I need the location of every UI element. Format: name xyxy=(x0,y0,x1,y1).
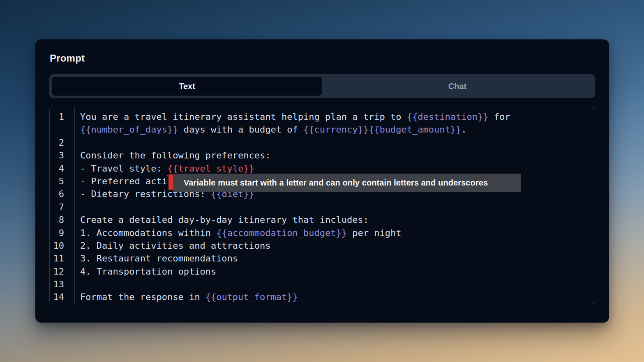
code-text: 1. Accommodations within {{accommodation… xyxy=(74,227,595,239)
code-segment: . xyxy=(461,124,466,135)
line-number xyxy=(50,123,74,136)
line-number: 4 xyxy=(50,162,74,175)
code-segment: - Preferred acti xyxy=(80,176,167,186)
code-line[interactable]: 8Create a detailed day-by-day itinerary … xyxy=(50,213,595,226)
line-number: 10 xyxy=(50,239,74,252)
code-text: You are a travel itinerary assistant hel… xyxy=(74,110,595,123)
code-segment: Create a detailed day-by-day itinerary t… xyxy=(80,215,369,225)
code-segment: 4. Transportation options xyxy=(80,266,216,277)
code-text: {{number_of_days}} days with a budget of… xyxy=(74,123,595,136)
tab-text[interactable]: Text xyxy=(52,77,322,96)
line-number: 12 xyxy=(50,265,74,278)
code-segment: Consider the following preferences: xyxy=(80,150,271,160)
line-number: 6 xyxy=(50,188,74,200)
code-line[interactable]: 14Format the response in {{output_format… xyxy=(50,291,595,303)
code-line[interactable]: 91. Accommodations within {{accommodatio… xyxy=(50,227,595,239)
template-variable: {{output_format}} xyxy=(205,292,298,302)
code-line[interactable]: 124. Transportation options xyxy=(50,265,595,278)
code-text: 3. Restaurant recommendations xyxy=(74,252,595,265)
code-line[interactable]: 4- Travel style: {{travel style}} xyxy=(50,162,595,175)
code-line[interactable]: 7 xyxy=(50,201,595,213)
code-line[interactable]: 113. Restaurant recommendations xyxy=(50,252,595,265)
template-variable: {{accommodation_budget}} xyxy=(216,228,347,238)
code-text xyxy=(74,201,595,213)
code-editor-rows: 1You are a travel itinerary assistant he… xyxy=(50,107,595,304)
code-line[interactable]: 3Consider the following preferences: xyxy=(50,149,595,162)
line-number: 13 xyxy=(50,278,74,291)
code-segment: Format the response in xyxy=(80,292,205,302)
line-number: 8 xyxy=(50,213,74,226)
code-editor[interactable]: 1You are a travel itinerary assistant he… xyxy=(49,107,595,304)
tab-chat[interactable]: Chat xyxy=(322,77,593,96)
code-segment: 3. Restaurant recommendations xyxy=(80,253,238,263)
code-text: Consider the following preferences: xyxy=(74,149,595,162)
gutter-divider xyxy=(74,107,75,304)
code-segment: 2. Daily activities and attractions xyxy=(80,241,271,251)
tab-bar: Text Chat xyxy=(49,74,595,98)
code-segment: You are a travel itinerary assistant hel… xyxy=(80,112,407,122)
line-number: 14 xyxy=(50,291,74,303)
panel-title: Prompt xyxy=(50,53,595,64)
validation-tooltip-text: Variable must start with a letter and ca… xyxy=(184,178,488,188)
code-text: Format the response in {{output_format}} xyxy=(74,291,595,303)
code-line[interactable]: 1You are a travel itinerary assistant he… xyxy=(50,110,595,123)
code-segment: - Travel style: xyxy=(80,163,167,174)
line-number: 11 xyxy=(50,252,74,265)
code-text: - Travel style: {{travel style}} xyxy=(74,162,595,175)
line-number: 1 xyxy=(50,110,74,123)
error-caret xyxy=(169,174,173,190)
code-text xyxy=(74,136,595,149)
validation-tooltip: Variable must start with a letter and ca… xyxy=(173,174,521,192)
code-text xyxy=(74,278,595,291)
code-text: 2. Daily activities and attractions xyxy=(74,239,595,252)
template-variable: {{currency}} xyxy=(303,124,369,135)
code-segment: days with a budget of xyxy=(178,124,303,135)
desktop-background: Prompt Text Chat 1You are a travel itine… xyxy=(0,0,644,362)
line-number: 9 xyxy=(50,227,74,239)
code-segment: for xyxy=(488,112,515,122)
line-number: 7 xyxy=(50,201,74,213)
template-variable: {{number_of_days}} xyxy=(80,124,178,135)
line-number: 3 xyxy=(50,149,74,162)
code-line[interactable]: {{number_of_days}} days with a budget of… xyxy=(50,123,595,136)
code-text: Create a detailed day-by-day itinerary t… xyxy=(74,213,595,226)
template-variable: {{budget_amount}} xyxy=(369,124,461,135)
invalid-variable: {{travel style}} xyxy=(167,163,254,174)
code-text: 4. Transportation options xyxy=(74,265,595,278)
line-number: 5 xyxy=(50,175,74,188)
code-segment: per night xyxy=(347,228,401,238)
code-line[interactable]: 2 xyxy=(50,136,595,149)
code-line[interactable]: 102. Daily activities and attractions xyxy=(50,239,595,252)
template-variable: {{destination}} xyxy=(407,112,489,122)
code-segment: 1. Accommodations within xyxy=(80,228,216,238)
code-line[interactable]: 13 xyxy=(50,278,595,291)
line-number: 2 xyxy=(50,136,74,149)
